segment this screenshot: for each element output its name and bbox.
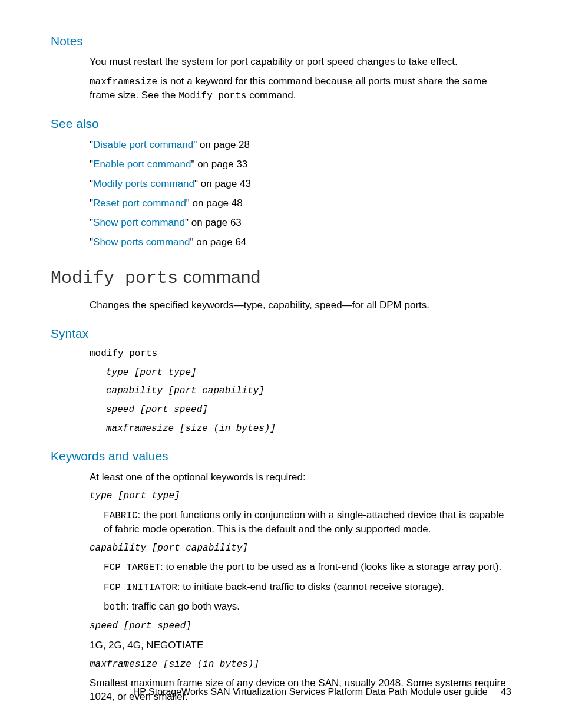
link-show-port[interactable]: Show port command <box>93 217 185 228</box>
text: " on page 43 <box>194 178 251 189</box>
keyword-capability-target: FCP_TARGET: to enable the port to be use… <box>104 561 511 575</box>
syntax-line: type [port type] <box>106 367 511 380</box>
text: " on page 64 <box>190 236 246 248</box>
page-number: 43 <box>501 687 511 697</box>
text: " on page 28 <box>193 139 250 150</box>
section-heading-see-also: See also <box>51 116 511 132</box>
page-footer: HP StorageWorks SAN Virtualization Servi… <box>133 686 511 699</box>
heading-rest: command <box>178 267 260 286</box>
keyword-capability-both: both: traffic can go both ways. <box>104 600 511 614</box>
link-show-ports[interactable]: Show ports command <box>93 236 190 248</box>
code-fabric: FABRIC <box>104 510 138 521</box>
notes-paragraph-2: maxframesize is not a keyword for this c… <box>90 75 511 103</box>
keyword-speed: speed [port speed] <box>90 620 511 633</box>
code-both: both <box>104 602 126 612</box>
keyword-type: type [port type] <box>90 490 511 503</box>
text: command. <box>246 90 296 101</box>
footer-title: HP StorageWorks SAN Virtualization Servi… <box>133 687 488 697</box>
section-heading-syntax: Syntax <box>51 325 511 342</box>
keyword-speed-values: 1G, 2G, 4G, NEGOTIATE <box>90 639 511 653</box>
syntax-line: modify ports <box>90 348 511 361</box>
link-disable-port[interactable]: Disable port command <box>93 139 193 150</box>
see-also-item: "Show port command" on page 63 <box>90 216 511 230</box>
see-also-item: "Show ports command" on page 64 <box>90 236 511 249</box>
code-maxframesize: maxframesize <box>90 77 157 87</box>
keywords-intro: At least one of the optional keywords is… <box>90 471 511 485</box>
code-fcp-initiator: FCP_INITIATOR <box>104 582 177 593</box>
see-also-item: "Modify ports command" on page 43 <box>90 177 511 191</box>
code-modify-ports: Modify ports <box>178 91 246 101</box>
command-description: Changes the specified keywords—type, cap… <box>90 299 511 312</box>
section-heading-notes: Notes <box>51 33 511 50</box>
keyword-capability-initiator: FCP_INITIATOR: to initiate back-end traf… <box>104 581 511 595</box>
syntax-line: speed [port speed] <box>106 404 511 417</box>
keyword-type-desc: FABRIC: the port functions only in conju… <box>104 509 511 536</box>
link-modify-ports[interactable]: Modify ports command <box>93 178 194 189</box>
text: : the port functions only in conjunction… <box>104 509 504 535</box>
link-reset-port[interactable]: Reset port command <box>93 197 186 209</box>
see-also-item: "Disable port command" on page 28 <box>90 139 511 152</box>
command-heading: Modify ports command <box>51 265 511 291</box>
see-also-item: "Reset port command" on page 48 <box>90 197 511 210</box>
text: " on page 33 <box>191 159 247 170</box>
syntax-line: maxframesize [size (in bytes)] <box>106 423 511 436</box>
keyword-maxframesize: maxframesize [size (in bytes)] <box>90 658 511 671</box>
text: " on page 63 <box>185 217 242 228</box>
text: : to initiate back-end traffic to disks … <box>177 581 444 592</box>
notes-paragraph-1: You must restart the system for port cap… <box>90 55 511 69</box>
section-heading-keywords: Keywords and values <box>51 448 511 465</box>
text: : to enable the port to be used as a fro… <box>160 561 501 572</box>
see-also-item: "Enable port command" on page 33 <box>90 158 511 172</box>
code-fcp-target: FCP_TARGET <box>104 562 160 573</box>
text: " on page 48 <box>186 197 243 209</box>
link-enable-port[interactable]: Enable port command <box>93 159 191 170</box>
syntax-line: capability [port capability] <box>106 385 511 398</box>
keyword-capability: capability [port capability] <box>90 542 511 555</box>
text: : traffic can go both ways. <box>126 601 239 612</box>
heading-mono: Modify ports <box>51 268 178 288</box>
